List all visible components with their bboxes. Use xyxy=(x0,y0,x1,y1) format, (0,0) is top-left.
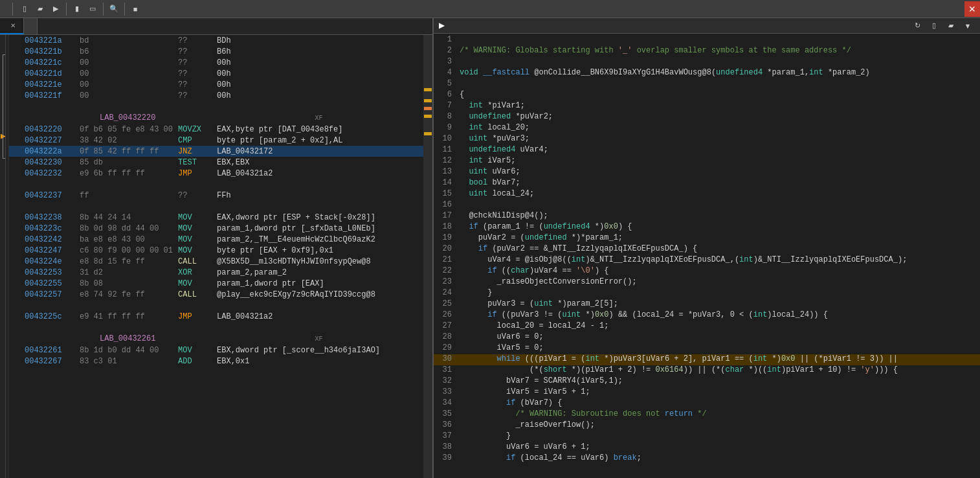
row-operands: FFh xyxy=(214,190,417,201)
row-bytes: 0f b6 05 fe e8 43 00 xyxy=(77,124,175,135)
row-comment xyxy=(417,223,423,234)
listing-row[interactable]: 0043221c 00 ?? 00h xyxy=(9,57,423,68)
decompile-more-btn[interactable]: ▼ xyxy=(961,19,975,33)
line-number: 7 xyxy=(434,101,457,110)
line-code: int iVar5; xyxy=(457,156,980,165)
row-comment xyxy=(417,79,423,90)
listing-row[interactable]: 00432230 85 db TEST EBX,EBX xyxy=(9,157,423,168)
listing-row[interactable]: 00432261 8b 1d b0 dd 44 00 MOV EBX,dword… xyxy=(9,345,423,356)
row-addr: 0043221c xyxy=(22,57,77,68)
listing-row[interactable]: 0043225c e9 41 ff ff ff JMP LAB_004321a2 xyxy=(9,311,423,322)
tab-patched-close[interactable]: ✕ xyxy=(9,22,17,29)
listing-row[interactable]: 00432253 31 d2 XOR param_2,param_2 xyxy=(9,267,423,278)
row-bytes: ff xyxy=(77,190,175,201)
line-code: /* WARNING: Globals starting with '_' ov… xyxy=(457,46,980,55)
close-button[interactable]: ✕ xyxy=(964,1,980,17)
row-bytes: 0f 85 42 ff ff ff xyxy=(77,146,175,157)
line-number: 17 xyxy=(434,211,457,220)
code-line: 26 if ((puVar3 != (uint *)0x0) && (local… xyxy=(434,310,980,321)
line-number: 5 xyxy=(434,79,457,88)
row-operands: @play__ekc9cEXgy7z9cRAqIYID39ccg@8 xyxy=(214,289,417,300)
row-arrow xyxy=(9,124,22,135)
code-line: 4 void __fastcall @onCollide__BN6X9bI9aX… xyxy=(434,68,980,79)
code-line: 3 xyxy=(434,57,980,68)
line-number: 13 xyxy=(434,167,457,176)
listing-row[interactable]: 00432257 e8 74 92 fe ff CALL @play__ekc9… xyxy=(9,289,423,300)
jump-line-top xyxy=(3,54,5,55)
line-number: 28 xyxy=(434,332,457,341)
listing-content[interactable]: 0043221a bd ?? BDh 0043221b b6 ?? B6h 00… xyxy=(9,35,423,478)
decompile-refresh-btn[interactable]: ↻ xyxy=(910,19,924,33)
line-code: uint uVar6; xyxy=(457,167,980,176)
row-arrow xyxy=(9,267,22,278)
row-comment xyxy=(417,168,423,179)
row-operands: BDh xyxy=(214,35,417,46)
listing-row[interactable]: 00432232 e9 6b ff ff ff JMP LAB_004321a2 xyxy=(9,168,423,179)
toolbar-sep-3 xyxy=(103,3,104,16)
listing-row[interactable]: 0043223c 8b 0d 98 dd 44 00 MOV param_1,d… xyxy=(9,223,423,234)
listing-row[interactable]: 00432220 0f b6 05 fe e8 43 00 MOVZX EAX,… xyxy=(9,124,423,135)
line-number: 36 xyxy=(434,420,457,429)
decompile-copy-btn[interactable]: ▰ xyxy=(944,19,958,33)
listing-row[interactable]: 0043221b b6 ?? B6h xyxy=(9,46,423,57)
code-line: 37 } xyxy=(434,431,980,442)
listing-row[interactable]: 00432238 8b 44 24 14 MOV EAX,dword ptr [… xyxy=(9,212,423,223)
row-bytes: ba e8 e8 43 00 xyxy=(77,234,175,245)
decompile-icon: ▶ xyxy=(439,21,444,30)
listing-row[interactable]: 00432267 83 c3 01 ADD EBX,0x1 xyxy=(9,356,423,367)
line-code: if ((puVar3 != (uint *)0x0) && (local_24… xyxy=(457,310,980,319)
listing-row[interactable]: 00432255 8b 08 MOV param_1,dword ptr [EA… xyxy=(9,278,423,289)
line-number: 37 xyxy=(434,431,457,440)
tab-original[interactable] xyxy=(24,18,38,34)
row-arrow xyxy=(9,256,22,267)
listing-row[interactable]: 0043224e e8 8d 15 fe ff CALL @X5BX5D__ml… xyxy=(9,256,423,267)
listing-row[interactable]: 0043221e 00 ?? 00h xyxy=(9,79,423,90)
listing-row[interactable]: 00432247 c6 80 f9 00 00 00 01 MOV byte p… xyxy=(9,245,423,256)
code-line: 12 int iVar5; xyxy=(434,156,980,167)
line-code: int *piVar1; xyxy=(457,101,980,110)
listing-row[interactable]: 0043221a bd ?? BDh xyxy=(9,35,423,46)
toolbar-nav-btn[interactable]: ▮ xyxy=(70,2,84,16)
listing-row[interactable]: 0043221d 00 ?? 00h xyxy=(9,68,423,79)
code-line: 11 undefined4 uVar4; xyxy=(434,145,980,156)
listing-row[interactable]: 00432237 ff ?? FFh xyxy=(9,190,423,201)
toolbar-paste-btn[interactable]: ▰ xyxy=(33,2,47,16)
row-mnemonic: XOR xyxy=(175,267,214,278)
right-scrollbar[interactable] xyxy=(423,35,432,478)
row-addr: 0043225c xyxy=(22,311,77,322)
decompile-nav-btn[interactable]: ▯ xyxy=(927,19,941,33)
code-line: 36 _raiseOverflow(); xyxy=(434,420,980,431)
row-arrow xyxy=(9,46,22,57)
toolbar-search-btn[interactable]: 🔍 xyxy=(107,2,121,16)
row-bytes: 38 42 02 xyxy=(77,135,175,146)
tab-patched[interactable]: ✕ xyxy=(0,18,24,34)
row-bytes: e8 74 92 fe ff xyxy=(77,289,175,300)
listing-row[interactable]: 0043222a 0f 85 42 ff ff ff JNZ LAB_00432… xyxy=(9,146,423,157)
row-bytes: 8b 1d b0 dd 44 00 xyxy=(77,345,175,356)
main-toolbar: ▯ ▰ ▶ ▮ ▭ 🔍 ■ ✕ xyxy=(0,0,980,18)
listing-row[interactable]: 00432227 38 42 02 CMP byte ptr [param_2 … xyxy=(9,135,423,146)
toolbar-cursor-btn[interactable]: ▶ xyxy=(49,2,63,16)
line-number: 33 xyxy=(434,387,457,396)
row-bytes: 8b 44 24 14 xyxy=(77,212,175,223)
listing-row[interactable]: 0043221f 00 ?? 00h xyxy=(9,90,423,101)
toolbar-view-btn[interactable]: ■ xyxy=(128,2,142,16)
row-addr: 00432227 xyxy=(22,135,77,146)
toolbar-copy-btn[interactable]: ▯ xyxy=(17,2,32,16)
line-number: 20 xyxy=(434,244,457,253)
listing-row[interactable]: 00432242 ba e8 e8 43 00 MOV param_2,_TM_… xyxy=(9,234,423,245)
code-content[interactable]: 1 2 /* WARNING: Globals starting with '_… xyxy=(434,34,980,478)
toolbar-sep-1 xyxy=(12,3,13,16)
line-code: (*(short *)(piVar1 + 2) != 0x6164)) || (… xyxy=(457,365,980,374)
row-mnemonic: CMP xyxy=(175,135,214,146)
row-addr: 0043222a xyxy=(22,146,77,157)
line-code: } xyxy=(457,288,980,297)
toolbar-nav2-btn[interactable]: ▭ xyxy=(85,2,100,16)
row-comment xyxy=(417,289,423,300)
row-mnemonic: ?? xyxy=(175,57,214,68)
code-line: 30 while (((piVar1 = (int *)puVar3[uVar6… xyxy=(434,354,980,365)
row-mnemonic: JMP xyxy=(175,168,214,179)
line-number: 31 xyxy=(434,365,457,374)
line-code: undefined *puVar2; xyxy=(457,112,980,121)
row-operands: EBX,0x1 xyxy=(214,356,417,367)
